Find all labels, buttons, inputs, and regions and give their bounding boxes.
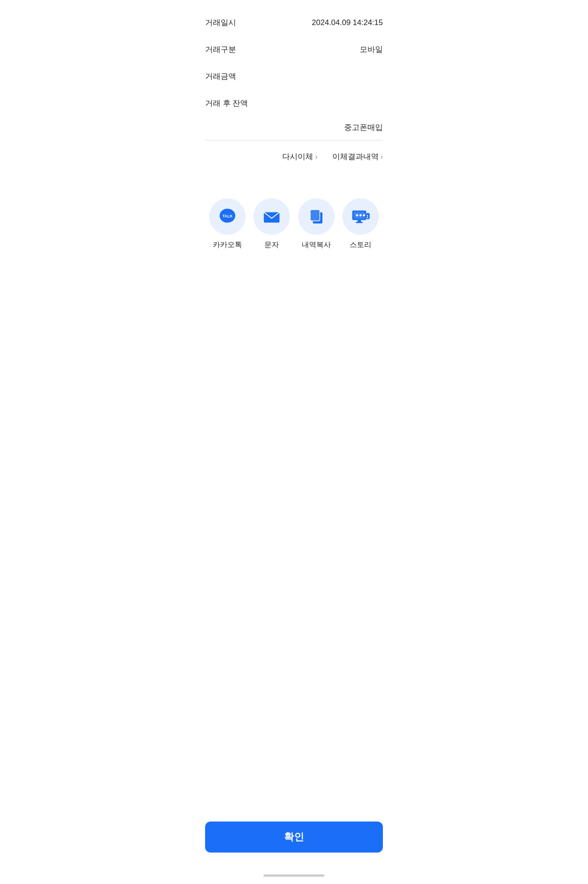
date-label: 거래일시 (205, 17, 236, 28)
type-value: 모바일 (360, 44, 383, 55)
transaction-type-row: 거래구분 모바일 (205, 36, 383, 63)
story-icon (351, 207, 370, 226)
history-label: 이체결과내역 (332, 151, 379, 162)
svg-rect-12 (356, 222, 363, 223)
history-button[interactable]: 이체결과내역 › (332, 151, 383, 162)
share-kakao[interactable]: TALK 카카오톡 (205, 198, 250, 250)
confirm-label: 확인 (284, 830, 304, 844)
svg-text:TALK: TALK (222, 214, 233, 218)
transaction-date-row: 거래일시 2024.04.09 14:24:15 (205, 9, 383, 36)
home-bar (263, 874, 325, 877)
kakao-icon-circle: TALK (209, 198, 246, 235)
category-label: 중고폰매입 (344, 122, 383, 133)
copy-label: 내역복사 (302, 240, 331, 250)
svg-point-8 (356, 214, 358, 217)
sms-label: 문자 (264, 240, 279, 250)
story-label: 스토리 (350, 240, 371, 250)
share-section: TALK 카카오톡 문자 (196, 171, 392, 264)
type-label: 거래구분 (205, 44, 236, 55)
amount-label: 거래금액 (205, 71, 236, 82)
kakao-label: 카카오톡 (213, 240, 242, 250)
retransfer-button[interactable]: 다시이체 › (282, 151, 317, 162)
retransfer-label: 다시이체 (282, 151, 313, 162)
transaction-amount-row: 거래금액 (205, 63, 383, 90)
sms-icon-circle (253, 198, 290, 235)
share-story[interactable]: 스토리 (339, 198, 383, 250)
divider (205, 140, 383, 140)
kakao-talk-icon: TALK (218, 207, 237, 226)
svg-point-10 (363, 214, 366, 217)
balance-label: 거래 후 잔액 (205, 98, 248, 109)
history-chevron-icon: › (381, 153, 383, 161)
svg-point-9 (360, 214, 362, 217)
copy-icon (307, 207, 326, 226)
transaction-balance-row: 거래 후 잔액 (205, 90, 383, 117)
copy-icon-circle (298, 198, 335, 235)
date-value: 2024.04.09 14:24:15 (312, 18, 383, 27)
home-indicator (196, 871, 392, 884)
confirm-button[interactable]: 확인 (205, 822, 383, 853)
story-icon-circle (342, 198, 379, 235)
svg-point-14 (367, 215, 368, 217)
sms-envelope-icon (262, 207, 281, 226)
action-buttons-row: 다시이체 › 이체결과내역 › (196, 142, 392, 171)
share-copy[interactable]: 내역복사 (294, 198, 339, 250)
retransfer-chevron-icon: › (315, 153, 317, 161)
confirm-section: 확인 (196, 812, 392, 871)
share-sms[interactable]: 문자 (250, 198, 294, 250)
svg-rect-5 (310, 210, 320, 221)
svg-point-15 (367, 217, 368, 218)
category-row: 중고폰매입 (196, 117, 392, 138)
